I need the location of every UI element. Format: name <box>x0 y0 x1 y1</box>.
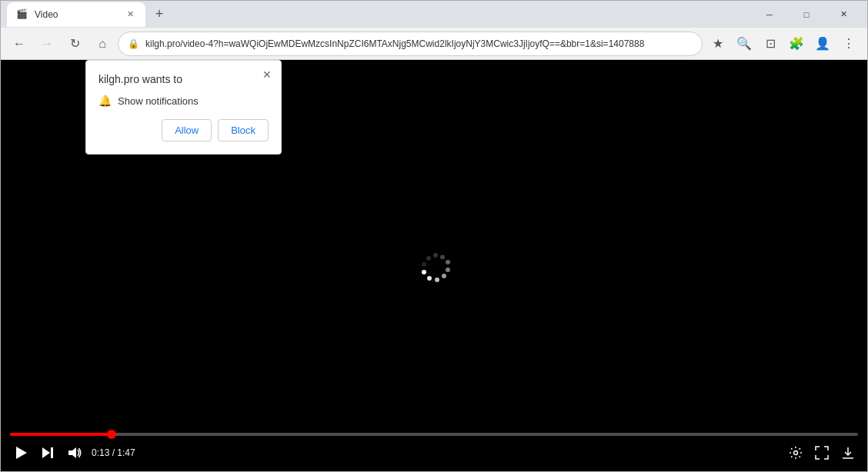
svg-point-0 <box>433 253 438 258</box>
video-controls: 0:13 / 1:47 <box>1 427 867 471</box>
minimize-button[interactable]: ─ <box>752 1 787 28</box>
menu-button[interactable]: ⋮ <box>836 32 861 56</box>
nav-right-controls: ★ 🔍 ⊡ 🧩 👤 ⋮ <box>706 32 861 56</box>
bell-icon: 🔔 <box>98 95 112 107</box>
cast-button[interactable]: ⊡ <box>758 32 783 56</box>
close-button[interactable]: ✕ <box>826 1 861 28</box>
back-button[interactable]: ← <box>7 32 32 56</box>
popup-title: kilgh.pro wants to <box>98 73 269 85</box>
svg-marker-13 <box>68 447 76 458</box>
controls-row: 0:13 / 1:47 <box>10 442 858 464</box>
loading-spinner <box>419 251 449 281</box>
tab-bar: 🎬 Video ✕ + <box>7 2 752 27</box>
svg-marker-11 <box>42 447 50 458</box>
spinner-animation <box>419 251 449 281</box>
maximize-button[interactable]: □ <box>789 1 824 28</box>
tab-close-button[interactable]: ✕ <box>124 8 136 21</box>
svg-point-14 <box>794 451 798 455</box>
allow-button[interactable]: Allow <box>162 119 212 141</box>
home-button[interactable]: ⌂ <box>90 32 115 56</box>
svg-point-1 <box>440 254 445 259</box>
svg-point-2 <box>446 260 450 264</box>
tab-favicon: 🎬 <box>16 8 28 21</box>
svg-point-7 <box>422 270 426 274</box>
active-tab[interactable]: 🎬 Video ✕ <box>7 2 145 27</box>
title-bar: 🎬 Video ✕ + ─ □ ✕ <box>1 1 867 28</box>
volume-button[interactable] <box>64 442 85 464</box>
video-player[interactable]: ✕ kilgh.pro wants to 🔔 Show notification… <box>1 60 867 471</box>
progress-fill <box>10 433 112 436</box>
svg-marker-10 <box>16 447 27 459</box>
svg-point-8 <box>422 262 426 267</box>
reload-button[interactable]: ↻ <box>62 32 87 56</box>
svg-rect-12 <box>51 447 53 458</box>
bookmark-button[interactable]: ★ <box>706 32 730 56</box>
forward-button[interactable]: → <box>35 32 59 56</box>
time-display: 0:13 / 1:47 <box>92 447 780 458</box>
settings-button[interactable] <box>786 443 806 463</box>
popup-buttons: Allow Block <box>98 119 269 141</box>
popup-permission-label: Show notifications <box>118 95 199 107</box>
progress-dot <box>107 430 116 439</box>
content-area: ✕ kilgh.pro wants to 🔔 Show notification… <box>1 60 867 471</box>
account-button[interactable]: 👤 <box>810 32 835 56</box>
skip-button[interactable] <box>38 443 58 463</box>
notification-popup: ✕ kilgh.pro wants to 🔔 Show notification… <box>85 60 282 155</box>
extensions-button[interactable]: 🧩 <box>784 32 809 56</box>
svg-point-9 <box>426 256 431 261</box>
tab-title: Video <box>35 9 118 20</box>
popup-close-button[interactable]: ✕ <box>259 67 275 82</box>
play-button[interactable] <box>10 442 32 464</box>
fullscreen-button[interactable] <box>812 443 832 463</box>
svg-point-5 <box>435 278 439 282</box>
browser-window: 🎬 Video ✕ + ─ □ ✕ ← → ↻ ⌂ 🔒 kilgh.pro/vi… <box>0 0 868 472</box>
address-bar[interactable]: 🔒 kilgh.pro/video-4?h=waWQiOjEwMDEwMzcsI… <box>118 32 703 56</box>
new-tab-button[interactable]: + <box>149 4 170 25</box>
navigation-bar: ← → ↻ ⌂ 🔒 kilgh.pro/video-4?h=waWQiOjEwM… <box>1 28 867 60</box>
lock-icon: 🔒 <box>128 38 139 49</box>
address-text: kilgh.pro/video-4?h=waWQiOjEwMDEwMzcsInN… <box>145 38 693 49</box>
popup-permission-item: 🔔 Show notifications <box>98 95 269 107</box>
svg-point-4 <box>442 274 446 278</box>
download-button[interactable] <box>838 443 858 463</box>
window-controls: ─ □ ✕ <box>752 1 861 28</box>
svg-point-6 <box>427 276 432 281</box>
search-button[interactable]: 🔍 <box>732 32 756 56</box>
svg-point-3 <box>446 268 450 272</box>
progress-bar[interactable] <box>10 433 858 436</box>
block-button[interactable]: Block <box>218 119 269 141</box>
